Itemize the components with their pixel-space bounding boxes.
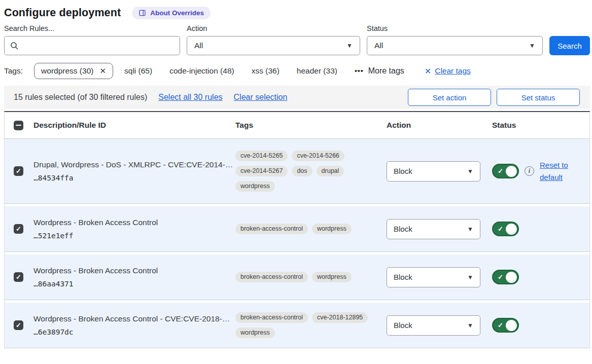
select-all-checkbox[interactable]: [14, 121, 23, 130]
select-all-rules-link[interactable]: Select all 30 rules: [158, 93, 222, 102]
tag-pill: drupal: [317, 166, 344, 176]
rule-action-cell: Block ▼: [387, 315, 492, 336]
rule-description-cell: Wordpress - Broken Access Control …86aa4…: [33, 266, 235, 288]
page-title: Configure deployment: [4, 7, 121, 19]
bulk-actions: Set action Set status: [408, 89, 580, 106]
clear-tags-label: Clear tags: [435, 66, 471, 76]
action-filter-value: All: [194, 41, 203, 50]
column-tags: Tags: [235, 121, 387, 130]
table-row: ✓ Wordpress - Broken Access Control …521…: [5, 206, 589, 252]
about-overrides-label: About Overrides: [150, 9, 204, 17]
tag-pill: cve-2014-5266: [292, 151, 344, 161]
search-rules-label: Search Rules...: [4, 24, 180, 32]
selection-bar: 15 rules selected (of 30 filtered rules)…: [4, 86, 590, 109]
tag-filter-code-injection[interactable]: code-injection (48): [169, 66, 234, 76]
rules-table: Description/Rule ID Tags Action Status ✓…: [4, 111, 590, 348]
set-status-button[interactable]: Set status: [497, 89, 580, 106]
rule-title: Wordpress - Broken Access Control: [33, 218, 235, 227]
rule-status-cell: ✓ i Reset to default: [492, 159, 589, 184]
rule-action-cell: Block ▼: [387, 267, 492, 287]
column-status: Status: [492, 121, 589, 130]
check-icon: ✓: [16, 322, 21, 329]
column-action: Action: [387, 121, 492, 130]
check-icon: ✓: [498, 273, 503, 281]
chevron-down-icon: ▼: [346, 43, 353, 49]
rule-tags-cell: broken-access-control wordpress: [235, 224, 368, 234]
tag-filter-xss[interactable]: xss (36): [252, 66, 280, 76]
info-icon[interactable]: i: [525, 166, 534, 176]
toggle-knob: [506, 224, 517, 235]
rule-action-value: Block: [394, 225, 412, 233]
chevron-down-icon: ▼: [467, 226, 473, 232]
set-action-button[interactable]: Set action: [408, 89, 491, 106]
row-checkbox[interactable]: ✓: [14, 272, 23, 282]
rule-description-cell: Drupal, Wordpress - DoS - XMLRPC - CVE:C…: [33, 160, 235, 182]
rule-action-cell: Block ▼: [387, 219, 492, 239]
status-toggle[interactable]: ✓: [492, 318, 519, 333]
rule-id: …521e1eff: [33, 232, 235, 240]
check-icon: ✓: [498, 225, 503, 233]
status-toggle[interactable]: ✓: [492, 222, 519, 236]
ellipsis-icon: •••: [355, 67, 364, 75]
tag-pill: dos: [292, 166, 312, 176]
toggle-knob: [506, 272, 517, 283]
tag-pill: broken-access-control: [235, 312, 308, 323]
action-filter-select[interactable]: All ▼: [187, 36, 360, 55]
table-header-row: Description/Rule ID Tags Action Status: [5, 112, 589, 139]
row-checkbox[interactable]: ✓: [14, 320, 23, 330]
action-filter-group: Action All ▼: [187, 24, 360, 55]
status-filter-select[interactable]: All ▼: [367, 36, 543, 55]
row-checkbox[interactable]: ✓: [14, 224, 23, 234]
tag-filter-sqli[interactable]: sqli (65): [124, 66, 152, 76]
more-tags-button[interactable]: ••• More tags: [355, 66, 404, 76]
check-icon: ✓: [16, 226, 21, 232]
close-icon: ✕: [425, 66, 431, 76]
status-filter-group: Status All ▼: [367, 24, 543, 55]
more-tags-label: More tags: [368, 66, 404, 76]
rule-title: Wordpress - Broken Access Control - CVE:…: [33, 314, 235, 323]
tags-bar: Tags: wordpress (30) ✕ sqli (65) code-in…: [4, 55, 590, 86]
row-checkbox-cell: ✓: [5, 272, 33, 282]
rule-action-select[interactable]: Block ▼: [387, 219, 480, 239]
search-button[interactable]: Search: [549, 36, 590, 55]
rule-title: Wordpress - Broken Access Control: [33, 266, 235, 275]
rule-status-cell: ✓: [492, 318, 589, 333]
clear-tags-button[interactable]: ✕ Clear tags: [425, 66, 471, 76]
toggle-knob: [506, 320, 517, 331]
close-icon: ✕: [99, 66, 106, 76]
rule-description-cell: Wordpress - Broken Access Control - CVE:…: [33, 314, 235, 336]
selected-tag-wordpress[interactable]: wordpress (30) ✕: [34, 63, 113, 79]
tag-filter-header[interactable]: header (33): [297, 66, 337, 76]
tag-pill: cve-2018-12895: [312, 312, 368, 323]
rule-id: …6e3897dc: [33, 328, 235, 336]
check-icon: ✓: [16, 274, 21, 280]
about-overrides-button[interactable]: About Overrides: [132, 7, 211, 19]
rule-action-select[interactable]: Block ▼: [387, 315, 480, 336]
rule-action-select[interactable]: Block ▼: [387, 267, 480, 287]
row-checkbox-cell: ✓: [5, 320, 33, 330]
status-filter-label: Status: [367, 24, 543, 32]
search-rules-input[interactable]: [5, 37, 180, 55]
rule-action-select[interactable]: Block ▼: [387, 161, 480, 181]
row-checkbox[interactable]: ✓: [14, 166, 23, 176]
filter-bar: Search Rules... Action All ▼ Status: [4, 24, 590, 55]
clear-selection-link[interactable]: Clear selection: [234, 93, 288, 102]
book-icon: [138, 9, 146, 17]
check-icon: ✓: [16, 168, 21, 174]
rule-id: …86aa4371: [33, 280, 235, 288]
status-toggle[interactable]: ✓: [492, 270, 519, 284]
tag-pill: broken-access-control: [235, 272, 308, 282]
search-rules-box: [4, 36, 180, 55]
row-checkbox-cell: ✓: [5, 166, 33, 176]
rule-tags-cell: broken-access-control wordpress: [235, 272, 368, 282]
selected-tag-label: wordpress (30): [41, 66, 93, 76]
rule-title: Drupal, Wordpress - DoS - XMLRPC - CVE:C…: [33, 160, 235, 169]
indeterminate-icon: [16, 125, 21, 126]
tag-pill: cve-2014-5267: [235, 166, 288, 176]
check-icon: ✓: [498, 321, 503, 329]
rule-description-cell: Wordpress - Broken Access Control …521e1…: [33, 218, 235, 240]
chevron-down-icon: ▼: [467, 322, 473, 329]
rule-id: …84534ffa: [33, 174, 235, 182]
status-toggle[interactable]: ✓: [492, 164, 519, 178]
reset-to-default-link[interactable]: Reset to default: [540, 159, 573, 184]
